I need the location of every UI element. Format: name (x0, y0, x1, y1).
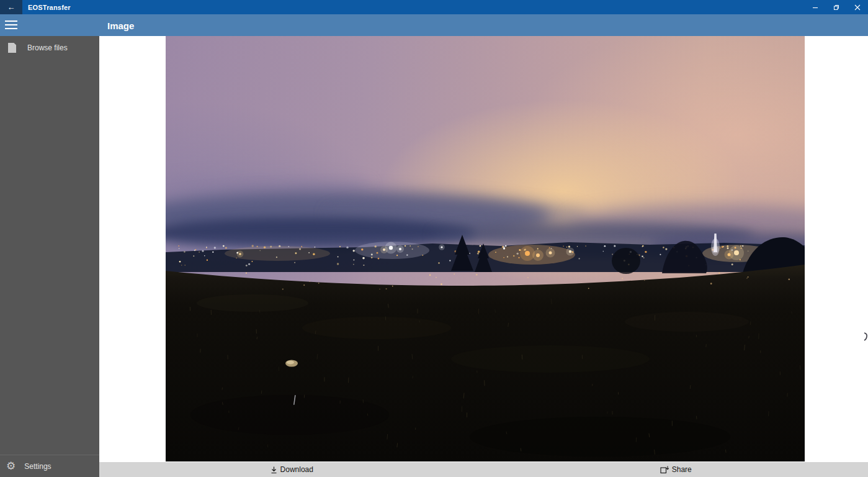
share-icon (660, 466, 669, 474)
sidebar-item-browse-files[interactable]: Browse files (0, 36, 99, 60)
photo[interactable] (166, 36, 805, 461)
content-area (99, 36, 868, 462)
app-title: EOSTransfer (28, 4, 71, 11)
minimize-button[interactable] (805, 0, 826, 14)
command-bar: Download Share (99, 462, 868, 477)
sidebar: Browse files ⚙ Settings (0, 36, 99, 477)
download-label: Download (280, 465, 313, 474)
settings-label: Settings (24, 462, 51, 471)
back-button[interactable]: ← (0, 0, 22, 14)
share-button[interactable]: Share (660, 465, 692, 474)
restore-icon (833, 4, 839, 11)
download-icon (270, 466, 278, 474)
restore-button[interactable] (826, 0, 847, 14)
hamburger-menu-icon[interactable] (5, 20, 17, 29)
command-bar-left: Download (99, 462, 484, 477)
download-button[interactable]: Download (270, 465, 313, 474)
close-icon (854, 4, 861, 11)
page-title: Image (107, 20, 134, 30)
close-button[interactable] (847, 0, 868, 14)
sidebar-item-settings[interactable]: ⚙ Settings (0, 455, 99, 477)
titlebar: ← EOSTransfer (0, 0, 868, 14)
cityscape-scene (166, 36, 805, 461)
document-icon (8, 43, 16, 53)
window-controls (805, 0, 868, 14)
minimize-icon (812, 4, 818, 11)
sidebar-item-label: Browse files (27, 43, 68, 52)
share-label: Share (672, 465, 692, 474)
back-arrow-icon: ← (7, 2, 16, 12)
command-bar-right: Share (484, 462, 868, 477)
mouse-cursor (864, 332, 868, 341)
page-header: Image (0, 14, 868, 36)
gear-icon: ⚙ (6, 461, 16, 471)
